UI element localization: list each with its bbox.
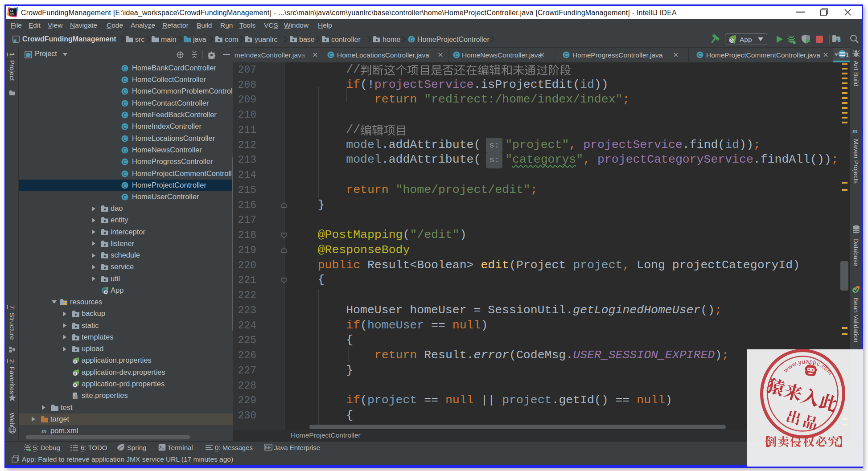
svg-text:m: m	[852, 127, 858, 135]
svg-text:C: C	[698, 52, 702, 58]
svg-text:C: C	[123, 112, 127, 118]
svg-text:C: C	[455, 52, 459, 58]
svg-text:C: C	[123, 135, 127, 142]
svg-text:EE: EE	[265, 445, 272, 450]
svg-text:C: C	[123, 77, 127, 83]
svg-text:IJ: IJ	[10, 9, 13, 13]
svg-text:C: C	[123, 89, 127, 95]
svg-text:C: C	[123, 159, 127, 165]
svg-text:C: C	[410, 37, 414, 43]
svg-text:C: C	[123, 147, 127, 153]
svg-text:m: m	[41, 427, 47, 434]
svg-text:C: C	[329, 52, 333, 58]
svg-text:C: C	[123, 182, 127, 188]
svg-text:C: C	[123, 100, 127, 106]
svg-text:C: C	[564, 52, 568, 58]
svg-text:C: C	[123, 65, 127, 71]
svg-text:C: C	[123, 171, 127, 177]
svg-text:C: C	[123, 194, 127, 201]
svg-text:C: C	[123, 124, 127, 130]
